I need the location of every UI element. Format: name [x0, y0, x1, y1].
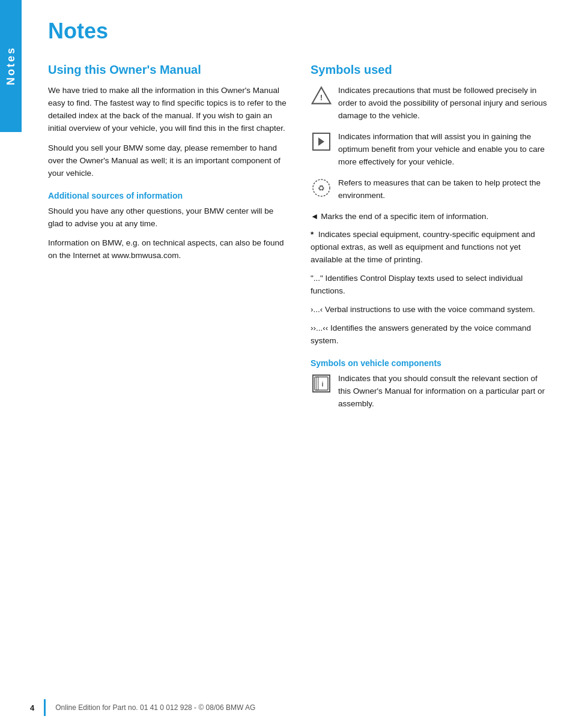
- inline-symbol-voice-ans: ››...‹‹ Identifies the answers generated…: [311, 322, 549, 347]
- symbol-row-recycle: ♻ Refers to measures that can be taken t…: [311, 177, 549, 202]
- inline-symbol-quotes: "..." Identifies Control Display texts u…: [311, 272, 549, 298]
- symbol-row-play: Indicates information that will assist y…: [311, 131, 549, 169]
- quotes-symbol-text: Identifies Control Display texts used to…: [311, 274, 523, 295]
- warning-icon: !: [311, 85, 332, 106]
- play-icon: [311, 131, 332, 152]
- asterisk-symbol-text: Indicates special equipment, country-spe…: [311, 230, 535, 264]
- symbol-row-manual: i Indicates that you should consult the …: [311, 373, 549, 411]
- recycle-svg: ♻: [311, 178, 332, 198]
- symbol-text-warning: Indicates precautions that must be follo…: [338, 85, 549, 122]
- left-sub-para-1: Should you have any other questions, you…: [48, 205, 286, 230]
- svg-rect-6: [317, 377, 318, 390]
- voice-cmd-symbol: ›...‹: [311, 305, 325, 314]
- left-intro-para-1: We have tried to make all the informatio…: [48, 85, 286, 135]
- warning-triangle-svg: !: [311, 85, 332, 106]
- inline-symbol-arrow: ◄ Marks the end of a specific item of in…: [311, 211, 549, 223]
- inline-symbol-asterisk: * Indicates special equipment, country-s…: [311, 229, 549, 266]
- voice-cmd-symbol-text: Verbal instructions to use with the voic…: [325, 305, 535, 314]
- inline-symbol-voice-cmd: ›...‹ Verbal instructions to use with th…: [311, 304, 549, 316]
- symbol-text-recycle: Refers to measures that can be taken to …: [338, 177, 549, 202]
- svg-text:!: !: [320, 94, 323, 103]
- side-tab: Notes: [0, 0, 22, 132]
- left-section-heading: Using this Owner's Manual: [48, 62, 286, 77]
- manual-book-icon: i: [311, 373, 332, 394]
- page-title: Notes: [48, 18, 549, 44]
- manual-book-svg: i: [314, 376, 329, 391]
- voice-ans-symbol: ››...‹‹: [311, 323, 330, 332]
- play-icon-box: [312, 133, 330, 151]
- footer-edition-text: Online Edition for Part no. 01 41 0 012 …: [55, 703, 255, 712]
- right-section-heading: Symbols used: [311, 62, 549, 77]
- play-triangle-svg: [317, 137, 326, 146]
- svg-marker-2: [318, 137, 324, 146]
- manual-symbol-text: Indicates that you should consult the re…: [338, 373, 549, 411]
- manual-icon-box: i: [312, 375, 330, 393]
- side-tab-label: Notes: [5, 46, 17, 85]
- main-content: Notes Using this Owner's Manual We have …: [30, 0, 573, 437]
- arrow-symbol-text: Marks the end of a specific item of info…: [321, 212, 488, 221]
- footer-divider: [44, 699, 46, 716]
- arrow-symbol: ◄: [311, 212, 318, 221]
- recycle-icon: ♻: [311, 177, 332, 199]
- footer: 4 Online Edition for Part no. 01 41 0 01…: [30, 699, 549, 716]
- left-column: Using this Owner's Manual We have tried …: [48, 62, 286, 418]
- asterisk-symbol: *: [311, 230, 314, 239]
- right-column: Symbols used ! Indicates precautions tha…: [311, 62, 549, 418]
- symbol-text-play: Indicates information that will assist y…: [338, 131, 549, 169]
- quotes-symbol: "...": [311, 274, 326, 283]
- left-intro-para-2: Should you sell your BMW some day, pleas…: [48, 142, 286, 180]
- page-number: 4: [30, 703, 34, 712]
- svg-text:♻: ♻: [318, 184, 325, 193]
- left-sub-para-2: Information on BMW, e.g. on technical as…: [48, 237, 286, 262]
- voice-ans-symbol-text: Identifies the answers generated by the …: [311, 323, 531, 345]
- left-sub-heading: Additional sources of information: [48, 191, 286, 200]
- vehicle-components-heading: Symbols on vehicle components: [311, 358, 549, 368]
- svg-text:i: i: [321, 381, 323, 388]
- two-col-layout: Using this Owner's Manual We have tried …: [48, 62, 549, 418]
- symbol-row-warning: ! Indicates precautions that must be fol…: [311, 85, 549, 122]
